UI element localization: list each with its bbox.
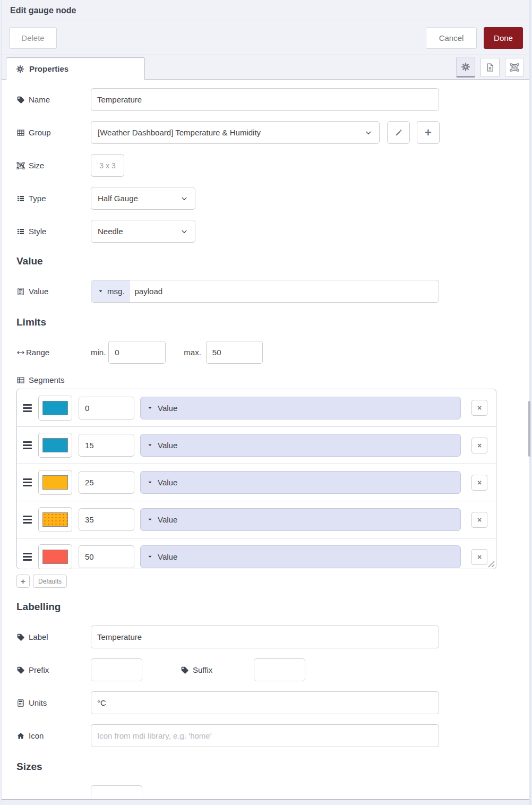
segment-value-input[interactable] bbox=[79, 397, 134, 419]
edit-node-dialog: Edit gauge node Delete Cancel Done Prope… bbox=[1, 0, 531, 805]
units-input[interactable] bbox=[91, 691, 439, 714]
segment-value-input[interactable] bbox=[79, 545, 134, 568]
caret-down-icon bbox=[147, 479, 153, 485]
size-button[interactable]: 3 x 3 bbox=[91, 154, 124, 177]
remove-segment-button[interactable]: × bbox=[471, 512, 487, 528]
calculator-icon bbox=[16, 287, 25, 296]
range-max-input[interactable] bbox=[206, 341, 263, 364]
plus-icon: + bbox=[425, 127, 432, 139]
calculator-icon bbox=[16, 699, 25, 707]
tab-properties[interactable]: Properties bbox=[6, 57, 145, 80]
properties-view-button[interactable] bbox=[456, 57, 475, 78]
chevron-down-icon bbox=[180, 227, 188, 236]
style-select[interactable]: Needle bbox=[91, 220, 195, 243]
name-input[interactable] bbox=[91, 88, 439, 111]
appearance-view-button[interactable] bbox=[505, 58, 524, 77]
scrollbar-thumb[interactable] bbox=[528, 401, 530, 457]
add-group-button[interactable]: + bbox=[417, 121, 440, 144]
suffix-label: Suffix bbox=[181, 665, 254, 674]
segment-type-select[interactable]: Value bbox=[140, 434, 461, 457]
color-swatch bbox=[42, 475, 68, 490]
size-row: Size 3 x 3 bbox=[16, 154, 530, 177]
sizes-partial-input[interactable] bbox=[91, 785, 142, 798]
segment-color-button[interactable] bbox=[38, 544, 72, 569]
segment-value-input[interactable] bbox=[79, 508, 134, 531]
segment-color-button[interactable] bbox=[38, 396, 72, 421]
description-view-button[interactable] bbox=[480, 58, 500, 77]
caret-down-icon bbox=[147, 554, 153, 560]
label-label: Label bbox=[16, 632, 91, 641]
defaults-button[interactable]: Defaults bbox=[33, 575, 67, 588]
group-select-value: [Weather Dashboard] Temperature & Humidi… bbox=[98, 128, 261, 137]
units-label: Units bbox=[16, 698, 91, 707]
segment-row: Value × bbox=[17, 538, 496, 569]
drag-handle-icon[interactable] bbox=[23, 478, 32, 486]
segment-value-input[interactable] bbox=[79, 434, 134, 457]
drag-handle-icon[interactable] bbox=[23, 516, 32, 524]
prefix-input[interactable] bbox=[91, 658, 142, 681]
icon-label: Icon bbox=[16, 731, 91, 740]
segment-row: Value × bbox=[17, 426, 496, 464]
add-segment-button[interactable]: + bbox=[16, 575, 30, 588]
tab-properties-label: Properties bbox=[29, 64, 68, 73]
color-swatch bbox=[42, 401, 68, 415]
tag-icon bbox=[181, 666, 189, 674]
tab-toolbar bbox=[456, 57, 524, 78]
label-input[interactable] bbox=[91, 626, 439, 648]
value-property-input[interactable]: payload bbox=[130, 280, 163, 302]
drag-handle-icon[interactable] bbox=[23, 441, 32, 449]
segment-value-input[interactable] bbox=[79, 471, 134, 494]
caret-down-icon bbox=[147, 442, 153, 448]
cancel-button[interactable]: Cancel bbox=[426, 27, 477, 49]
dialog-button-bar: Delete Cancel Done bbox=[2, 21, 530, 55]
segment-actions: + Defaults bbox=[16, 575, 530, 588]
object-group-icon bbox=[510, 63, 519, 72]
gear-icon bbox=[461, 62, 470, 72]
th-list-icon bbox=[16, 376, 25, 384]
prefix-label: Prefix bbox=[16, 665, 91, 674]
delete-button[interactable]: Delete bbox=[9, 27, 57, 49]
icon-row: Icon bbox=[16, 724, 530, 747]
units-row: Units bbox=[16, 691, 530, 714]
type-row: Type Half Gauge bbox=[16, 187, 530, 210]
segment-row: Value × bbox=[17, 501, 496, 538]
segment-row: Value × bbox=[17, 464, 496, 501]
range-min-input[interactable] bbox=[108, 341, 166, 364]
remove-segment-button[interactable]: × bbox=[471, 549, 487, 565]
close-icon: × bbox=[477, 441, 482, 450]
segment-color-button[interactable] bbox=[38, 470, 72, 495]
type-select[interactable]: Half Gauge bbox=[91, 187, 195, 210]
color-swatch bbox=[42, 438, 68, 452]
group-select[interactable]: [Weather Dashboard] Temperature & Humidi… bbox=[91, 121, 380, 144]
segment-row: Value × bbox=[17, 389, 496, 426]
remove-segment-button[interactable]: × bbox=[471, 475, 487, 491]
pencil-icon bbox=[394, 129, 403, 137]
drag-handle-icon[interactable] bbox=[23, 404, 32, 412]
arrows-h-icon bbox=[16, 348, 25, 357]
remove-segment-button[interactable]: × bbox=[471, 438, 487, 453]
value-section-heading: Value bbox=[16, 255, 530, 267]
color-swatch bbox=[42, 512, 68, 527]
drag-handle-icon[interactable] bbox=[23, 553, 32, 561]
edit-group-button[interactable] bbox=[387, 121, 410, 144]
segment-type-select[interactable]: Value bbox=[140, 545, 461, 568]
resize-handle-icon[interactable] bbox=[488, 561, 495, 568]
segment-color-button[interactable] bbox=[38, 507, 72, 532]
home-icon bbox=[16, 732, 25, 740]
group-label: Group bbox=[16, 128, 91, 137]
done-button[interactable]: Done bbox=[484, 27, 523, 49]
suffix-input[interactable] bbox=[254, 658, 305, 681]
icon-input[interactable] bbox=[91, 724, 439, 747]
remove-segment-button[interactable]: × bbox=[471, 400, 487, 416]
segment-type-select[interactable]: Value bbox=[140, 471, 461, 494]
min-label: min. bbox=[91, 348, 106, 357]
segment-type-select[interactable]: Value bbox=[140, 508, 461, 531]
style-row: Style Needle bbox=[16, 220, 530, 243]
segment-color-button[interactable] bbox=[38, 433, 72, 458]
sizes-section-heading: Sizes bbox=[16, 761, 530, 773]
value-type-selector[interactable]: msg. bbox=[91, 280, 130, 302]
close-icon: × bbox=[477, 404, 482, 412]
table-icon bbox=[16, 129, 25, 137]
close-icon: × bbox=[477, 553, 482, 561]
segment-type-select[interactable]: Value bbox=[140, 397, 461, 419]
